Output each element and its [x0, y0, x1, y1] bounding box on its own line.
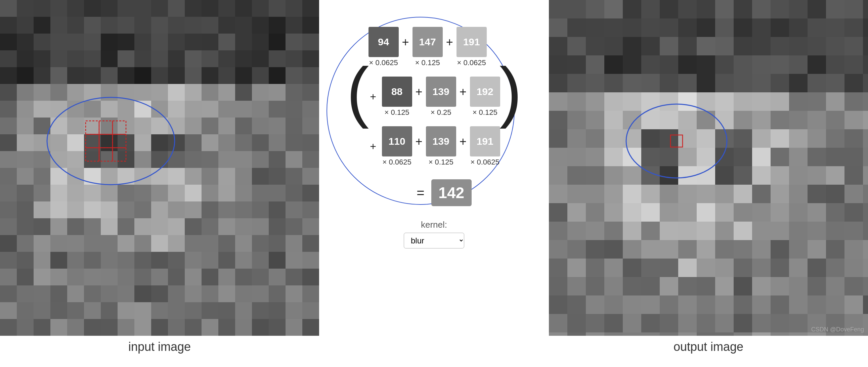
pixel-square-1-1: 94 [369, 27, 399, 57]
kernel-label: kernel: [421, 220, 447, 230]
pixel-weight-2-3: × 0.125 [473, 108, 497, 117]
plus-1-1: + [402, 35, 409, 59]
pixel-box-1-3: 191 × 0.0625 [457, 27, 487, 67]
paren-left: ( [347, 64, 369, 138]
watermark: CSDN @DoveFeng [811, 326, 864, 333]
eq-row-3: + 110 × 0.0625 + 139 × 0.125 + [367, 126, 502, 167]
output-image-canvas [549, 0, 868, 336]
pixel-square-3-1: 110 [382, 126, 412, 157]
center-panel: ( 94 × 0.0625 + 147 × 0.125 [319, 0, 549, 367]
pixel-square-1-3: 191 [457, 27, 487, 57]
pixel-square-2-3: 192 [470, 76, 500, 107]
left-panel-wrapper: input image [0, 0, 319, 367]
plus-3-1: + [415, 135, 423, 158]
pixel-square-1-2: 147 [412, 27, 443, 57]
paren-right: ) [499, 64, 522, 138]
pixel-box-1-2: 147 × 0.125 [412, 27, 443, 67]
eq-equals: = [416, 185, 424, 200]
pixel-weight-3-1: × 0.0625 [382, 158, 411, 167]
pixel-weight-1-2: × 0.125 [415, 59, 440, 67]
plus-2-2: + [460, 85, 467, 108]
result-box: 142 [431, 179, 472, 206]
pixel-square-2-2: 139 [426, 76, 456, 107]
pixel-weight-1-1: × 0.0625 [369, 59, 398, 67]
equation-container: ( 94 × 0.0625 + 147 × 0.125 [320, 17, 548, 209]
pixel-box-2-3: 192 × 0.125 [470, 76, 500, 117]
pixel-weight-2-1: × 0.125 [384, 108, 409, 117]
input-image-canvas-wrap [0, 0, 319, 336]
input-image-label: input image [0, 336, 319, 359]
plus-prefix-2: + [367, 91, 380, 103]
pixel-square-3-3: 191 [470, 126, 500, 157]
eq-row-1: 94 × 0.0625 + 147 × 0.125 + 191 [367, 27, 502, 67]
pixel-weight-1-3: × 0.0625 [457, 59, 486, 67]
pixel-square-2-1: 88 [382, 76, 412, 107]
pixel-weight-2-2: × 0.25 [431, 108, 452, 117]
right-panel-wrapper: CSDN @DoveFeng output image [549, 0, 868, 367]
output-image-label: output image [549, 336, 868, 359]
kernel-select[interactable]: blur sharpen edge emboss [404, 233, 464, 248]
output-image-canvas-wrap: CSDN @DoveFeng [549, 0, 868, 336]
pixel-square-3-2: 139 [426, 126, 456, 157]
pixel-weight-3-3: × 0.0625 [471, 158, 499, 167]
main-container: input image ( 94 × 0.0625 [0, 0, 868, 367]
pixel-weight-3-2: × 0.125 [429, 158, 454, 167]
plus-3-2: + [460, 135, 467, 158]
pixel-box-3-1: 110 × 0.0625 [382, 126, 412, 167]
plus-prefix-3: + [367, 140, 380, 153]
pixel-box-1-1: 94 × 0.0625 [369, 27, 399, 67]
pixel-box-3-2: 139 × 0.125 [426, 126, 456, 167]
equation-inner: ( 94 × 0.0625 + 147 × 0.125 [320, 17, 548, 209]
paren-content: 94 × 0.0625 + 147 × 0.125 + 191 [367, 27, 502, 176]
plus-2-1: + [415, 85, 423, 108]
pixel-box-2-1: 88 × 0.125 [382, 76, 412, 117]
plus-1-2: + [446, 35, 453, 59]
eq-row-2: + 88 × 0.125 + 139 × 0.25 + [367, 76, 502, 117]
pixel-box-3-3: 191 × 0.0625 [470, 126, 500, 167]
input-image-canvas [0, 0, 319, 336]
pixel-box-2-2: 139 × 0.25 [426, 76, 456, 117]
eq-result-row: = 142 [347, 179, 541, 206]
kernel-section: kernel: blur sharpen edge emboss [404, 220, 464, 248]
